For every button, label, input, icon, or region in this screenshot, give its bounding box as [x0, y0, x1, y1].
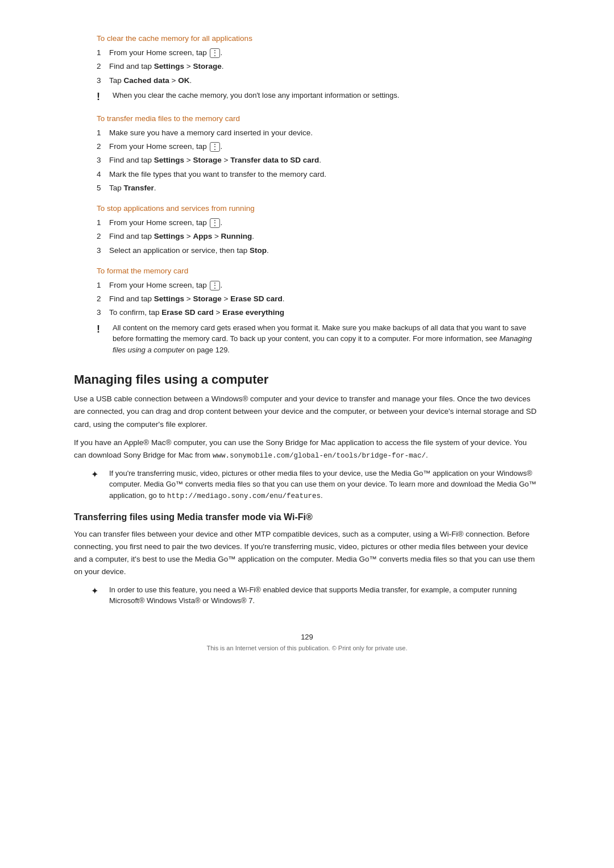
step-num: 2 — [97, 61, 109, 72]
footer-legal: This is an Internet version of this publ… — [74, 645, 540, 651]
step-num: 4 — [97, 169, 109, 180]
tip-mediago: ✦ If you're transferring music, video, p… — [91, 468, 540, 502]
wifi-transfer-title: Transferring files using Media transfer … — [74, 512, 540, 522]
step-num: 3 — [97, 155, 109, 166]
step-item: 3 Tap Cached data > OK. — [97, 75, 540, 86]
section-clear-cache: To clear the cache memory for all applic… — [74, 34, 540, 104]
step-num: 2 — [97, 141, 109, 152]
note-clear-cache: ! When you clear the cache memory, you d… — [97, 90, 540, 104]
step-num: 1 — [97, 280, 109, 291]
managing-files-title: Managing files using a computer — [74, 372, 540, 387]
step-item: 2 Find and tap Settings > Storage > Eras… — [97, 293, 540, 305]
page-number: 129 — [74, 633, 540, 641]
step-text: From your Home screen, tap ⋮. — [109, 280, 540, 291]
step-item: 1 From your Home screen, tap ⋮. — [97, 47, 540, 59]
note-text: All content on the memory card gets eras… — [113, 322, 540, 356]
step-num: 1 — [97, 217, 109, 229]
step-item: 1 From your Home screen, tap ⋮. — [97, 280, 540, 291]
section-transfer-media: To transfer media files to the memory ca… — [74, 114, 540, 194]
step-num: 5 — [97, 182, 109, 194]
step-item: 1 From your Home screen, tap ⋮. — [97, 217, 540, 229]
step-text: Find and tap Settings > Storage. — [109, 61, 540, 72]
step-item: 2 From your Home screen, tap ⋮. — [97, 141, 540, 152]
transfer-steps: 1 Make sure you have a memory card inser… — [97, 127, 540, 194]
step-item: 5 Tap Transfer. — [97, 182, 540, 194]
note-text: When you clear the cache memory, you don… — [113, 90, 399, 101]
step-text: Find and tap Settings > Storage > Transf… — [109, 155, 540, 166]
step-num: 3 — [97, 245, 109, 256]
step-text: Tap Cached data > OK. — [109, 75, 540, 86]
managing-files-body1: Use a USB cable connection between a Win… — [74, 393, 540, 431]
step-text: Find and tap Settings > Apps > Running. — [109, 231, 540, 242]
tip1-end: . — [321, 491, 323, 500]
apps-icon: ⋮ — [210, 48, 220, 57]
tip2-text: In order to use this feature, you need a… — [109, 584, 540, 607]
step-text: Tap Transfer. — [109, 182, 540, 194]
mediago-link: http://mediago.sony.com/enu/features — [167, 492, 321, 500]
tip-wifi: ✦ In order to use this feature, you need… — [91, 584, 540, 607]
tip-star-icon: ✦ — [91, 468, 107, 481]
step-text: Select an application or service, then t… — [109, 245, 540, 256]
step-item: 3 To confirm, tap Erase SD card > Erase … — [97, 307, 540, 318]
step-text: Make sure you have a memory card inserte… — [109, 127, 540, 139]
apps-icon: ⋮ — [210, 218, 220, 227]
step-item: 3 Find and tap Settings > Storage > Tran… — [97, 155, 540, 166]
step-item: 1 Make sure you have a memory card inser… — [97, 127, 540, 139]
clear-cache-steps: 1 From your Home screen, tap ⋮. 2 Find a… — [97, 47, 540, 86]
section-stop-apps-title: To stop applications and services from r… — [97, 204, 540, 213]
apps-icon: ⋮ — [210, 142, 220, 151]
format-steps: 1 From your Home screen, tap ⋮. 2 Find a… — [97, 280, 540, 319]
page-content: To clear the cache memory for all applic… — [74, 0, 540, 868]
page-footer: 129 This is an Internet version of this … — [74, 627, 540, 651]
step-num: 1 — [97, 127, 109, 139]
tip-star-icon-2: ✦ — [91, 584, 107, 598]
section-format-card: To format the memory card 1 From your Ho… — [74, 267, 540, 355]
apps-icon: ⋮ — [210, 281, 220, 290]
managing-files-section: Managing files using a computer Use a US… — [74, 372, 540, 616]
section-transfer-title: To transfer media files to the memory ca… — [97, 114, 540, 123]
section-format-title: To format the memory card — [97, 267, 540, 275]
exclamation-icon: ! — [97, 322, 109, 337]
section-clear-cache-title: To clear the cache memory for all applic… — [97, 34, 540, 43]
step-item: 2 Find and tap Settings > Apps > Running… — [97, 231, 540, 242]
wifi-body1: You can transfer files between your devi… — [74, 528, 540, 579]
step-text: Find and tap Settings > Storage > Erase … — [109, 293, 540, 305]
tip-text: If you're transferring music, video, pic… — [109, 468, 540, 502]
step-text: From your Home screen, tap ⋮. — [109, 217, 540, 229]
managing-files-body2: If you have an Apple® Mac® computer, you… — [74, 437, 540, 462]
step-item: 4 Mark the file types that you want to t… — [97, 169, 540, 180]
exclamation-icon: ! — [97, 90, 109, 104]
step-item: 3 Select an application or service, then… — [97, 245, 540, 256]
stop-apps-steps: 1 From your Home screen, tap ⋮. 2 Find a… — [97, 217, 540, 256]
step-text: To confirm, tap Erase SD card > Erase ev… — [109, 307, 540, 318]
step-text: From your Home screen, tap ⋮. — [109, 141, 540, 152]
step-text: From your Home screen, tap ⋮. — [109, 47, 540, 59]
body2-end: . — [426, 451, 428, 459]
step-num: 2 — [97, 293, 109, 305]
step-num: 1 — [97, 47, 109, 59]
step-num: 3 — [97, 75, 109, 86]
step-text: Mark the file types that you want to tra… — [109, 169, 540, 180]
mac-link: www.sonymobile.com/global-en/tools/bridg… — [213, 452, 426, 460]
step-item: 2 Find and tap Settings > Storage. — [97, 61, 540, 72]
note-format-card: ! All content on the memory card gets er… — [97, 322, 540, 356]
step-num: 3 — [97, 307, 109, 318]
section-stop-apps: To stop applications and services from r… — [74, 204, 540, 256]
step-num: 2 — [97, 231, 109, 242]
